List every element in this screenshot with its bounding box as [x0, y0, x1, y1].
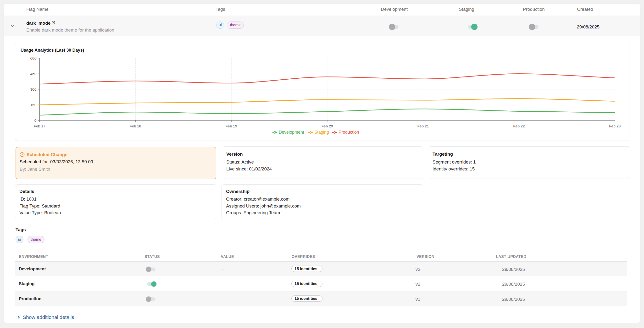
svg-text:300: 300 [30, 87, 36, 91]
svg-text:0: 0 [34, 118, 36, 122]
svg-text:150: 150 [30, 103, 36, 107]
svg-text:Feb 17: Feb 17 [34, 124, 45, 128]
svg-text:600: 600 [30, 56, 36, 60]
svg-text:Feb 20: Feb 20 [322, 124, 333, 128]
svg-text:Feb 18: Feb 18 [130, 124, 141, 128]
svg-text:450: 450 [30, 72, 36, 76]
svg-text:Feb 19: Feb 19 [226, 124, 237, 128]
svg-text:Feb 22: Feb 22 [513, 124, 525, 128]
svg-text:Feb 21: Feb 21 [417, 124, 429, 128]
svg-text:Feb 23: Feb 23 [609, 124, 620, 128]
